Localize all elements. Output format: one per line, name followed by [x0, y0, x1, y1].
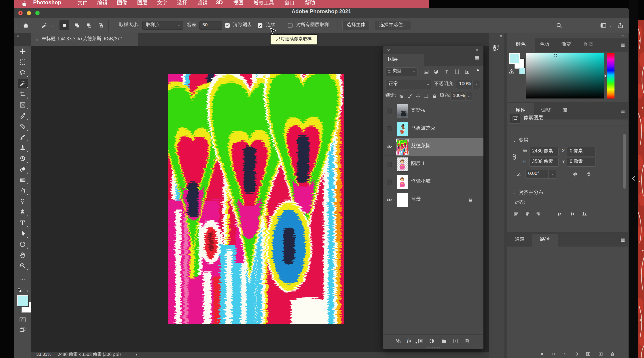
- tool-more-options[interactable]: [20, 276, 26, 282]
- tool-preset-chevron-icon[interactable]: [51, 24, 54, 28]
- menu-item-filter[interactable]: [197, 0, 208, 5]
- tool-marquee[interactable]: [19, 59, 26, 65]
- layer-row-layer1[interactable]: [383, 156, 484, 174]
- layer-name[interactable]: [411, 125, 436, 130]
- workspace-chevron-icon[interactable]: [609, 25, 612, 28]
- swap-colors-icon[interactable]: [23, 287, 28, 292]
- layer-name[interactable]: [411, 108, 426, 113]
- selection-mode-intersect[interactable]: [98, 22, 104, 29]
- tool-clone-stamp[interactable]: [19, 145, 26, 151]
- select-subject-button[interactable]: [342, 21, 370, 30]
- tab-patterns[interactable]: [584, 41, 594, 46]
- tool-history-brush[interactable]: [19, 155, 26, 162]
- selection-mode-subtract[interactable]: [86, 22, 92, 29]
- tool-smudge[interactable]: [19, 187, 26, 194]
- tool-eraser[interactable]: [19, 166, 26, 173]
- align-top-icon[interactable]: [557, 211, 562, 217]
- lock-position-icon[interactable]: [416, 94, 420, 99]
- align-left-icon[interactable]: [513, 211, 519, 217]
- reveal-chevron-icon[interactable]: [631, 176, 637, 182]
- new-path-icon[interactable]: [598, 352, 603, 357]
- properties-panel-menu-icon[interactable]: [620, 108, 626, 114]
- menu-item-file[interactable]: [77, 0, 88, 5]
- select-and-mask-button[interactable]: [375, 21, 411, 30]
- menu-item-view[interactable]: [233, 0, 243, 5]
- menu-item-window[interactable]: [284, 0, 294, 5]
- angle-value-box[interactable]: 0.00°: [526, 170, 556, 179]
- options-drag-handle[interactable]: [16, 20, 17, 30]
- layer-name[interactable]: [411, 143, 431, 148]
- selection-mode-new[interactable]: [60, 20, 69, 30]
- align-right-icon[interactable]: [535, 211, 541, 217]
- filter-adjustment-icon[interactable]: [433, 69, 439, 74]
- tool-gradient[interactable]: [19, 177, 26, 183]
- menu-item-photoshop[interactable]: Photoshop: [33, 0, 61, 5]
- layer-thumbnail[interactable]: [397, 158, 408, 171]
- new-group-icon[interactable]: [441, 338, 447, 344]
- tool-lasso[interactable]: [19, 69, 26, 76]
- anti-alias-checkbox[interactable]: [225, 23, 230, 28]
- lock-paint-icon[interactable]: [408, 94, 412, 99]
- layer-row-atlas[interactable]: [383, 138, 484, 156]
- tab-paths[interactable]: [532, 234, 558, 247]
- screen-mode-icon[interactable]: [19, 327, 26, 334]
- align-collapse-icon[interactable]: [512, 192, 516, 195]
- color-panel-menu-icon[interactable]: [620, 42, 626, 48]
- blend-mode-dropdown[interactable]: [385, 80, 432, 89]
- layer-visibility-eye-icon[interactable]: [386, 197, 392, 203]
- selection-from-path-icon[interactable]: [563, 352, 568, 357]
- tool-zoom[interactable]: [19, 262, 26, 269]
- zoom-button[interactable]: [35, 11, 40, 15]
- minimize-button[interactable]: [27, 11, 31, 15]
- layer-visibility-checkbox[interactable]: [387, 109, 392, 113]
- layer-thumbnail[interactable]: [397, 193, 408, 207]
- h-value-box[interactable]: [530, 158, 558, 167]
- tool-custom-shape[interactable]: [19, 241, 26, 248]
- layer-visibility-eye-icon[interactable]: [386, 144, 392, 150]
- status-chevron-icon[interactable]: [134, 353, 138, 358]
- tool-crop[interactable]: [19, 91, 26, 98]
- align-middle-v-icon[interactable]: [570, 211, 576, 217]
- tab-gradients[interactable]: [561, 41, 571, 46]
- tab-close-icon[interactable]: [35, 38, 39, 41]
- layer-row-gravity-falls[interactable]: [383, 173, 484, 191]
- filter-shape-icon[interactable]: [454, 69, 460, 74]
- layer-row-bojack[interactable]: [383, 120, 484, 138]
- menu-item-select[interactable]: [177, 0, 188, 5]
- tool-spot-healing[interactable]: [19, 123, 26, 130]
- add-mask-icon[interactable]: [418, 338, 424, 344]
- w-value-box[interactable]: [530, 147, 558, 156]
- tab-layers[interactable]: [383, 54, 424, 66]
- share-icon[interactable]: [617, 22, 624, 29]
- hue-slider[interactable]: [607, 53, 614, 99]
- tool-dodge[interactable]: [19, 198, 26, 205]
- menu-item-edit[interactable]: [97, 0, 107, 5]
- quick-mask-icon[interactable]: [19, 317, 26, 323]
- x-value-box[interactable]: [567, 147, 596, 156]
- tool-frame[interactable]: [19, 102, 26, 108]
- apple-icon[interactable]: [21, 1, 26, 6]
- tool-path-select[interactable]: [19, 230, 26, 237]
- adjustment-layer-icon[interactable]: [429, 338, 435, 344]
- tool-magic-wand[interactable]: [19, 80, 26, 87]
- tolerance-input[interactable]: 50: [200, 21, 222, 30]
- menu-item-plugins[interactable]: [253, 0, 274, 5]
- layers-panel-close-icon[interactable]: [386, 48, 390, 52]
- layers-panel-menu-icon[interactable]: [474, 55, 480, 61]
- tool-brush[interactable]: [19, 134, 26, 141]
- new-layer-icon[interactable]: [453, 338, 459, 344]
- delete-layer-icon[interactable]: [464, 338, 470, 344]
- opacity-dropdown[interactable]: 100%: [456, 80, 480, 89]
- workspace-icon[interactable]: [600, 22, 607, 29]
- gamut-color-swatch[interactable]: [519, 68, 525, 74]
- gamut-warning-icon[interactable]: [509, 69, 514, 74]
- filter-type-icon[interactable]: [444, 69, 449, 74]
- contiguous-checkbox[interactable]: [258, 23, 262, 28]
- selection-mode-add[interactable]: [74, 22, 80, 29]
- default-colors-icon[interactable]: [17, 288, 22, 293]
- fill-dropdown[interactable]: 100%: [450, 92, 472, 101]
- color-field[interactable]: [526, 53, 604, 99]
- menu-item-3d[interactable]: 3D: [216, 0, 223, 5]
- layer-thumbnail[interactable]: [397, 175, 408, 189]
- delete-path-icon[interactable]: [610, 352, 615, 357]
